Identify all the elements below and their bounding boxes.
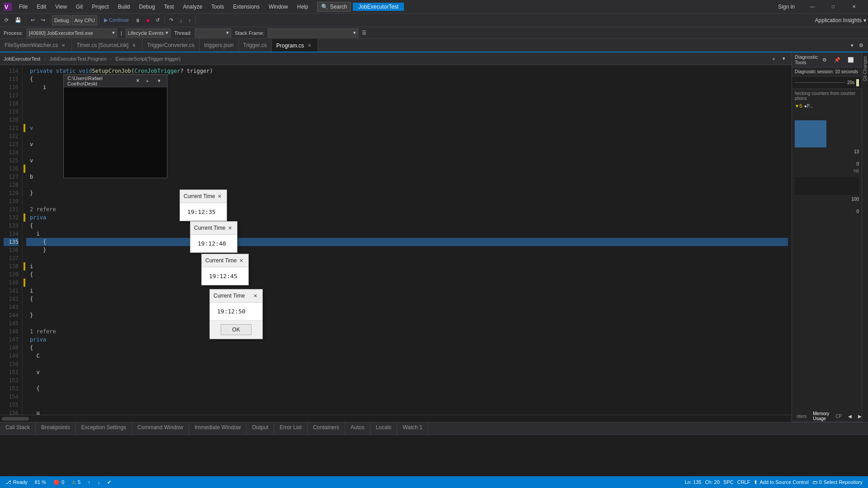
tab-exception-settings[interactable]: Exception Settings (76, 422, 132, 435)
terminal-dropdown[interactable]: ▾ (155, 77, 163, 85)
memory-prev-btn[interactable]: ◀ (845, 413, 854, 420)
menu-analyze[interactable]: Analyze (180, 3, 206, 11)
dropdown-btn[interactable]: ▾ (780, 55, 788, 62)
status-spc[interactable]: SPC (721, 479, 735, 485)
status-ch[interactable]: Ch: 20 (703, 479, 721, 485)
menu-help[interactable]: Help (294, 3, 312, 11)
select-repository-btn[interactable]: 🗃 0 Select Repository (811, 479, 864, 485)
menu-edit[interactable]: Edit (33, 3, 50, 11)
dialog-4[interactable]: Current Time ✕ 19:12:50 OK (209, 289, 263, 339)
tab-settings-btn[interactable]: ⚙ (856, 42, 866, 49)
menu-project[interactable]: Project (88, 3, 112, 11)
status-ready[interactable]: ⎇ Ready (4, 479, 29, 485)
tab-program-close[interactable]: ✕ (306, 42, 313, 49)
tab-list-btn[interactable]: ▾ (848, 42, 856, 49)
status-up[interactable]: ↑ (86, 479, 92, 485)
tab-immediate-window[interactable]: Immediate Window (189, 422, 247, 435)
app-insights[interactable]: Application Insights ▾ (815, 17, 866, 24)
menu-git[interactable]: Git (72, 3, 86, 11)
menu-build[interactable]: Build (114, 3, 134, 11)
menu-tools[interactable]: Tools (208, 3, 228, 11)
tab-timer-close[interactable]: ✕ (130, 42, 138, 49)
toolbar-undo[interactable]: ↩ (28, 16, 38, 24)
minimize-button[interactable]: — (802, 0, 823, 14)
toolbar-save[interactable]: 💾 (12, 16, 24, 24)
dialog-2-close[interactable]: ✕ (226, 224, 233, 232)
process-dropdown[interactable]: [40680] JobExecutorTest.exe ▾ (27, 28, 117, 38)
tab-watch1[interactable]: Watch 1 (397, 422, 428, 435)
status-warnings[interactable]: ⚠ 5 (70, 479, 82, 485)
diag-settings-btn[interactable]: ⚙ (820, 56, 830, 64)
dialog-3-close[interactable]: ✕ (237, 257, 245, 264)
search-box[interactable]: 🔍 Search (317, 2, 351, 12)
stop-btn[interactable]: ■ (144, 17, 152, 24)
diag-close-btn[interactable]: ✕ (859, 56, 862, 64)
scrollbar-thumb[interactable] (2, 417, 29, 421)
step-over-btn[interactable]: ↷ (166, 16, 176, 24)
code-line-141: i (26, 287, 788, 295)
horizontal-scrollbar[interactable] (0, 415, 792, 422)
tab-call-stack[interactable]: Call Stack (0, 422, 36, 435)
tab-program[interactable]: Program.cs ✕ (272, 39, 318, 52)
continue-btn[interactable]: ▶ Continue (101, 16, 132, 24)
status-errors[interactable]: 🔴 0 (52, 479, 66, 485)
dialog-4-ok-btn[interactable]: OK (221, 324, 251, 335)
dialog-1-close[interactable]: ✕ (216, 193, 223, 200)
memory-tab-memory[interactable]: Memory Usage (810, 410, 832, 422)
step-into-btn[interactable]: ↓ (177, 17, 185, 24)
terminal-window[interactable]: C:\Users\Rafael Coelho\Deskt ✕ + ▾ (63, 74, 167, 178)
menu-view[interactable]: View (52, 3, 71, 11)
dialog-3[interactable]: Current Time ✕ 19:12:45 (201, 254, 249, 285)
thread-dropdown[interactable]: ▾ (195, 28, 231, 38)
tab-triggers-json[interactable]: triggers.json (199, 39, 238, 52)
memory-next-btn[interactable]: ▶ (855, 413, 862, 420)
status-down[interactable]: ↓ (96, 479, 102, 485)
menu-file[interactable]: File (15, 3, 31, 11)
tab-trigger[interactable]: Trigger.cs (239, 39, 272, 52)
status-ln[interactable]: Ln: 135 (683, 479, 703, 485)
menu-debug[interactable]: Debug (135, 3, 158, 11)
terminal-close[interactable]: ✕ (136, 78, 140, 84)
toolbar-redo[interactable]: ↪ (38, 16, 48, 24)
diag-pin-btn[interactable]: 📌 (831, 56, 843, 64)
dialog-1[interactable]: Current Time ✕ 19:12:35 (180, 190, 227, 221)
stack-frame-dropdown[interactable]: ▾ (268, 28, 358, 38)
tab-timer[interactable]: Timer.cs [SourceLink] ✕ (72, 39, 142, 52)
cpu-dropdown[interactable]: Any CPU (72, 15, 97, 25)
tab-locals[interactable]: Locals (370, 422, 398, 435)
tab-containers[interactable]: Containers (308, 422, 345, 435)
pause-btn[interactable]: ⏸ (133, 17, 143, 24)
error-icon: 🔴 (53, 479, 60, 485)
terminal-add[interactable]: + (143, 77, 152, 85)
maximize-button[interactable]: □ (823, 0, 844, 14)
tab-filesystemwatcher[interactable]: FileSystemWatcher.cs ✕ (0, 39, 72, 52)
tab-filesystemwatcher-close[interactable]: ✕ (60, 42, 67, 49)
diag-expand-btn[interactable]: ⬜ (845, 56, 857, 64)
tab-autos[interactable]: Autos (345, 422, 370, 435)
status-zoom[interactable]: 81 % (33, 479, 48, 485)
close-button[interactable]: ✕ (844, 0, 864, 14)
debug-dropdown[interactable]: Debug (52, 15, 71, 25)
tab-breakpoints[interactable]: Breakpoints (36, 422, 76, 435)
memory-tab-counters[interactable]: nters (794, 413, 809, 420)
dialog-2[interactable]: Current Time ✕ 19:12:40 (190, 221, 237, 253)
status-checkmark[interactable]: ✔ (105, 479, 113, 485)
tab-output[interactable]: Output (247, 422, 274, 435)
terminal-body[interactable] (64, 87, 167, 178)
tab-error-list[interactable]: Error List (274, 422, 308, 435)
status-crlf[interactable]: CRLF (735, 479, 752, 485)
add-to-source-control-btn[interactable]: ⬆ Add to Source Control (752, 479, 810, 485)
lifecycle-dropdown[interactable]: Lifecycle Events ▾ (126, 28, 171, 38)
menu-extensions[interactable]: Extensions (229, 3, 263, 11)
memory-tab-cp[interactable]: CP (833, 413, 844, 420)
add-tab-btn[interactable]: + (770, 55, 778, 62)
tab-command-window[interactable]: Command Window (132, 422, 189, 435)
menu-test[interactable]: Test (161, 3, 178, 11)
step-out-btn[interactable]: ↑ (186, 17, 194, 24)
menu-window[interactable]: Window (265, 3, 292, 11)
restart-btn[interactable]: ↺ (153, 16, 162, 24)
toolbar-new[interactable]: ⟳ (2, 16, 11, 24)
tab-triggerconverter[interactable]: TriggerConverter.cs (142, 39, 199, 52)
sign-in-link[interactable]: Sign in (778, 4, 795, 10)
dialog-4-close[interactable]: ✕ (251, 292, 259, 299)
